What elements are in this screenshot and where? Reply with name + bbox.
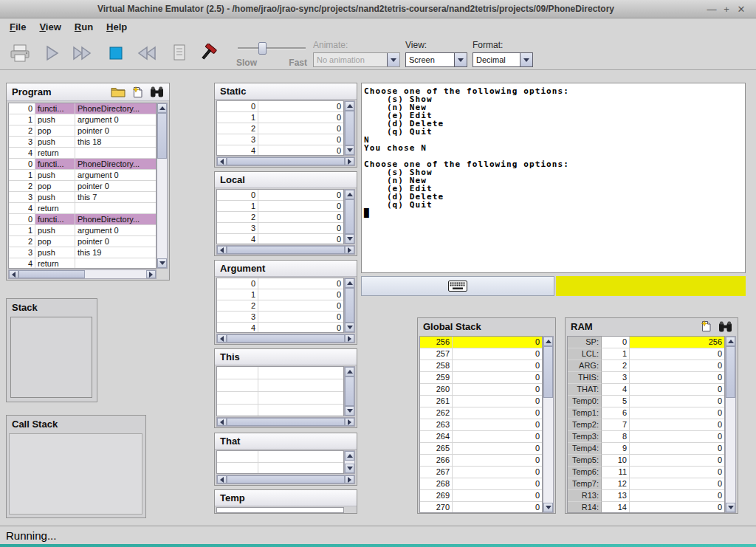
horizontal-scrollbar[interactable]: [216, 334, 355, 343]
slider-thumb[interactable]: [258, 42, 267, 55]
table-row[interactable]: 2poppointer 0: [9, 236, 156, 247]
scroll-up-button[interactable]: [345, 190, 354, 199]
table-row[interactable]: THAT:40: [568, 384, 724, 396]
menu-help[interactable]: Help: [100, 19, 134, 35]
scrollbar-thumb[interactable]: [345, 288, 354, 323]
menu-run[interactable]: Run: [68, 19, 100, 35]
table-row[interactable]: Temp1:60: [568, 407, 724, 419]
scroll-down-button[interactable]: [157, 258, 167, 268]
run-button[interactable]: [68, 39, 96, 67]
clear-ram-button[interactable]: [701, 320, 711, 332]
scroll-down-button[interactable]: [345, 464, 354, 473]
close-button[interactable]: ✕: [734, 0, 749, 18]
table-row[interactable]: 2630: [420, 419, 542, 431]
view-select[interactable]: Screen: [405, 52, 467, 67]
hammer-button[interactable]: [193, 39, 221, 67]
table-row[interactable]: 2600: [420, 384, 542, 396]
table-row[interactable]: 3pushthis 18: [9, 137, 156, 148]
menu-view[interactable]: View: [32, 19, 67, 35]
table-row[interactable]: 00: [217, 278, 343, 289]
horizontal-scrollbar[interactable]: [216, 245, 355, 255]
table-row[interactable]: 2640: [420, 431, 542, 443]
table-row[interactable]: LCL:10: [568, 348, 724, 360]
table-row[interactable]: 2590: [420, 372, 542, 384]
table-row[interactable]: 3pushthis 7: [9, 192, 156, 203]
scrollbar-thumb[interactable]: [227, 246, 345, 254]
scroll-right-button[interactable]: [345, 334, 354, 343]
table-row[interactable]: Temp3:80: [568, 431, 724, 443]
table-row[interactable]: 10: [217, 112, 343, 123]
table-row[interactable]: 2580: [420, 360, 542, 372]
breakpoints-button[interactable]: [165, 39, 193, 67]
scroll-right-button[interactable]: [345, 157, 354, 165]
scrollbar-thumb[interactable]: [227, 334, 345, 343]
table-row[interactable]: SP:0256: [568, 337, 724, 348]
table-row[interactable]: Temp4:90: [568, 443, 724, 455]
table-row[interactable]: 2700: [420, 502, 542, 513]
table-row[interactable]: 2650: [420, 443, 542, 455]
table-row[interactable]: 30: [217, 223, 343, 234]
scroll-left-button[interactable]: [217, 418, 227, 426]
table-row[interactable]: Temp5:100: [568, 455, 724, 467]
scroll-right-button[interactable]: [345, 475, 354, 484]
scrollbar-thumb[interactable]: [227, 418, 345, 426]
table-row[interactable]: 30: [217, 312, 343, 323]
scroll-up-button[interactable]: [726, 337, 735, 346]
table-row[interactable]: 1pushargument 0: [9, 170, 156, 181]
scroll-left-button[interactable]: [217, 246, 227, 254]
horizontal-scrollbar[interactable]: [216, 475, 355, 484]
table-row[interactable]: 2610: [420, 396, 542, 407]
table-row[interactable]: 00: [217, 190, 343, 201]
scroll-down-button[interactable]: [726, 503, 735, 512]
table-row[interactable]: 10: [217, 289, 343, 300]
table-row[interactable]: Temp0:50: [568, 396, 724, 407]
scroll-down-button[interactable]: [345, 145, 354, 155]
table-row[interactable]: 40: [217, 145, 343, 156]
scrollbar-thumb[interactable]: [227, 475, 345, 484]
table-row[interactable]: 2660: [420, 455, 542, 467]
search-program-button[interactable]: [150, 86, 164, 97]
scroll-left-button[interactable]: [217, 475, 227, 484]
menu-file[interactable]: File: [3, 19, 32, 35]
table-row[interactable]: [217, 451, 343, 463]
scroll-left-button[interactable]: [217, 157, 227, 165]
scroll-down-button[interactable]: [543, 503, 553, 512]
vertical-scrollbar[interactable]: [344, 450, 355, 474]
table-row[interactable]: [217, 463, 343, 474]
table-row[interactable]: 20: [217, 212, 343, 223]
table-row[interactable]: [217, 367, 343, 379]
table-row[interactable]: 30: [217, 134, 343, 145]
scrollbar-thumb[interactable]: [345, 199, 354, 234]
scroll-down-button[interactable]: [345, 406, 354, 416]
program-horizontal-scrollbar[interactable]: [8, 269, 157, 279]
table-row[interactable]: 4return: [9, 258, 156, 269]
table-row[interactable]: 2poppointer 0: [9, 125, 156, 137]
vertical-scrollbar[interactable]: [543, 336, 554, 513]
load-program-button[interactable]: [6, 39, 34, 67]
scrollbar-thumb[interactable]: [543, 346, 553, 398]
scroll-up-button[interactable]: [157, 103, 167, 113]
table-row[interactable]: R14:140: [568, 502, 724, 513]
vertical-scrollbar[interactable]: [344, 189, 355, 244]
scroll-up-button[interactable]: [345, 451, 354, 461]
table-row[interactable]: 1pushargument 0: [9, 114, 156, 125]
table-row[interactable]: 2570: [420, 348, 542, 360]
scrollbar-thumb[interactable]: [345, 111, 354, 145]
scroll-right-button[interactable]: [345, 246, 354, 254]
table-row[interactable]: 4return: [9, 148, 156, 159]
scroll-left-button[interactable]: [9, 270, 18, 278]
table-row[interactable]: Temp7:120: [568, 478, 724, 490]
minimize-button[interactable]: —: [704, 0, 719, 18]
scrollbar-thumb[interactable]: [345, 376, 354, 406]
table-row[interactable]: 2poppointer 0: [9, 181, 156, 192]
horizontal-scrollbar[interactable]: [216, 417, 355, 427]
scrollbar-thumb[interactable]: [227, 157, 345, 165]
table-row[interactable]: R13:130: [568, 490, 724, 502]
scrollbar-thumb[interactable]: [726, 346, 735, 398]
table-row[interactable]: 40: [217, 234, 343, 244]
table-row[interactable]: Temp2:70: [568, 419, 724, 431]
scroll-right-button[interactable]: [345, 418, 354, 426]
step-button[interactable]: [38, 39, 66, 67]
scrollbar-thumb[interactable]: [18, 270, 85, 278]
table-row[interactable]: 40: [217, 323, 343, 333]
